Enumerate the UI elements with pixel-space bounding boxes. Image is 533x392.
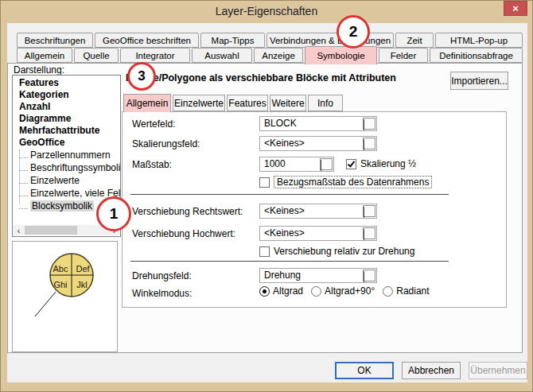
ok-button[interactable]: OK — [335, 362, 394, 379]
inner-tab-row: Allgemein Einzelwerte Features Weitere I… — [123, 95, 343, 111]
tab-quelle[interactable]: Quelle — [74, 48, 119, 63]
inner-tab-info[interactable]: Info — [308, 95, 343, 111]
tree-branch-icon — [19, 206, 28, 209]
radio-unselected-icon — [311, 286, 321, 297]
list-item-mehrfachattribute[interactable]: Mehrfachattribute — [13, 125, 120, 137]
inner-tab-weitere[interactable]: Weitere — [270, 95, 306, 111]
tab-felder[interactable]: Felder — [379, 48, 428, 63]
separator — [130, 261, 449, 262]
tree-branch-icon — [19, 168, 28, 171]
skalierungsfeld-dropdown[interactable]: <Keines> — [259, 136, 377, 151]
checkbox-unchecked-icon — [259, 177, 270, 188]
chevron-down-icon — [363, 205, 375, 217]
annotation-circle-3: 3 — [127, 62, 156, 91]
wertefeld-label: Wertefeld: — [132, 118, 175, 130]
radio-unselected-icon — [383, 286, 393, 297]
tab-map-tipps[interactable]: Map-Tipps — [200, 33, 265, 48]
inner-tab-einzelwerte[interactable]: Einzelwerte — [173, 95, 225, 111]
checkbox-checked-icon — [346, 159, 356, 169]
close-icon: × — [512, 2, 519, 14]
darstellung-label: Darstellung: — [14, 64, 64, 76]
inner-tab-allgemein[interactable]: Allgemein — [123, 94, 171, 112]
checkbox-unchecked-icon — [259, 246, 270, 257]
tree-branch-icon — [19, 193, 28, 196]
list-item-features[interactable]: Features — [13, 77, 120, 89]
massstab-dropdown[interactable]: 1000 — [259, 157, 334, 172]
tab-symbologie[interactable]: Symbologie — [305, 46, 377, 64]
tree-guide-line — [19, 149, 20, 204]
chevron-down-icon — [363, 227, 375, 239]
winkelmodus-radio-group: Altgrad Altgrad+90° Radiant — [259, 285, 430, 297]
block-symbol-graphic: Abc Def Ghi Jkl — [13, 242, 117, 351]
annotation-circle-2: 2 — [337, 15, 370, 49]
verschiebung-rechtswert-dropdown[interactable]: <Keines> — [259, 204, 377, 219]
verschiebung-hochwert-dropdown[interactable]: <Keines> — [259, 226, 377, 241]
verschiebung-relativ-checkbox[interactable]: Verschiebung relativ zur Drehung — [259, 246, 414, 257]
tree-branch-icon — [19, 180, 28, 184]
list-item-einzelwerte[interactable]: Einzelwerte — [13, 174, 120, 187]
radio-radiant[interactable]: Radiant — [383, 285, 429, 297]
drehungsfeld-label: Drehungsfeld: — [132, 270, 192, 281]
winkelmodus-label: Winkelmodus: — [132, 288, 192, 299]
apply-button: Übernehmen — [469, 362, 527, 379]
radio-altgrad-90[interactable]: Altgrad+90° — [311, 285, 375, 297]
radio-selected-icon — [259, 286, 270, 297]
skalierungsfeld-label: Skalierungsfeld: — [132, 138, 200, 149]
layer-properties-dialog: Layer-Eigenschaften × Beschriftungen Geo… — [0, 0, 533, 392]
separator — [130, 194, 449, 195]
inner-tab-features[interactable]: Features — [227, 95, 268, 111]
bezugsmassstab-checkbox[interactable]: Bezugsmaßstab des Datenrahmens — [259, 176, 432, 188]
tab-anzeige[interactable]: Anzeige — [254, 48, 303, 63]
tab-auswahl[interactable]: Auswahl — [192, 48, 252, 63]
list-item-diagramme[interactable]: Diagramme — [13, 113, 120, 125]
tab-zeit[interactable]: Zeit — [395, 33, 434, 48]
list-item-parzellennummern[interactable]: Parzellennummern — [13, 149, 120, 161]
cancel-button[interactable]: Abbrechen — [402, 362, 461, 379]
tab-geooffice-beschriften[interactable]: GeoOffice beschriften — [95, 33, 199, 48]
chevron-down-icon — [363, 138, 375, 149]
chevron-down-icon — [363, 118, 375, 130]
wertefeld-dropdown[interactable]: BLOCK — [259, 116, 377, 131]
list-item-geooffice[interactable]: GeoOffice — [13, 137, 120, 149]
symbol-label-q4: Jkl — [76, 280, 87, 289]
chevron-down-icon — [363, 270, 375, 281]
chevron-down-icon — [320, 158, 333, 170]
verschiebung-rechtswert-label: Verschiebung Rechtswert: — [132, 206, 243, 217]
massstab-label: Maßstab: — [132, 159, 172, 170]
tab-definitionsabfrage[interactable]: Definitionsabfrage — [430, 48, 523, 63]
symbol-label-q2: Def — [76, 264, 90, 274]
radio-altgrad[interactable]: Altgrad — [259, 285, 303, 297]
annotation-circle-1: 1 — [96, 196, 131, 231]
symbol-preview: Abc Def Ghi Jkl — [12, 241, 118, 352]
tab-allgemein[interactable]: Allgemein — [17, 48, 72, 63]
symbol-label-q3: Ghi — [53, 280, 67, 289]
tab-row-2: Allgemein Quelle Integrator Auswahl Anze… — [17, 48, 523, 63]
tab-integrator[interactable]: Integrator — [120, 48, 190, 63]
list-item-kategorien[interactable]: Kategorien — [13, 89, 120, 101]
tab-beschriftungen[interactable]: Beschriftungen — [17, 33, 93, 48]
skalierung-checkbox[interactable]: Skalierung ½ — [346, 158, 416, 169]
scrollbar-thumb[interactable] — [25, 226, 77, 235]
renderer-heading: Punkte/Polygone als verschiebbare Blöcke… — [126, 72, 396, 83]
tab-row-1: Beschriftungen GeoOffice beschriften Map… — [17, 33, 523, 48]
list-item-einzelwerte-viele-felder[interactable]: Einzelwerte, viele Felder — [13, 187, 120, 200]
list-item-anzahl[interactable]: Anzahl — [13, 101, 120, 113]
tab-html-popup[interactable]: HTML-Pop-up — [435, 33, 523, 48]
symbol-label-q1: Abc — [53, 264, 68, 274]
tree-branch-icon — [19, 155, 28, 158]
window-title: Layer-Eigenschaften — [1, 5, 532, 17]
import-button[interactable]: Importieren... — [450, 72, 508, 90]
scroll-left-icon[interactable]: ‹ — [14, 225, 24, 235]
close-button[interactable]: × — [504, 1, 527, 16]
list-item-beschriftungssymbolik[interactable]: Beschriftungssymbolik — [13, 161, 120, 174]
verschiebung-hochwert-label: Verschiebung Hochwert: — [132, 228, 235, 239]
drehungsfeld-dropdown[interactable]: Drehung — [259, 268, 377, 283]
